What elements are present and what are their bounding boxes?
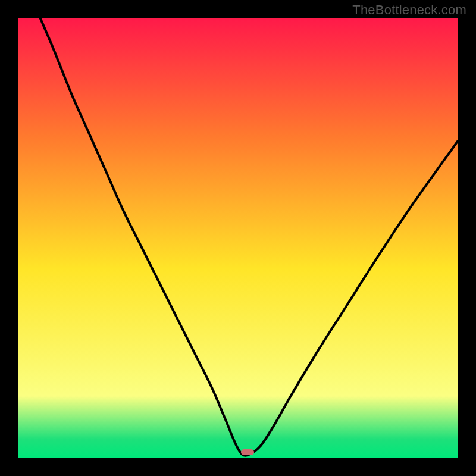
optimal-marker [241,449,254,455]
chart-frame: TheBottleneck.com [0,0,476,476]
gradient-background [18,18,458,458]
attribution-text: TheBottleneck.com [352,2,466,18]
gradient-fill [18,18,458,458]
